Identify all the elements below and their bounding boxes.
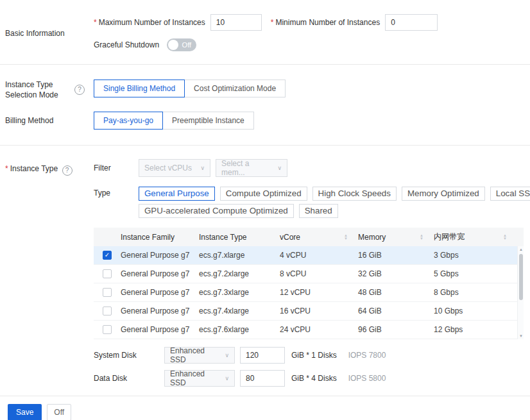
- cell-vcore: 16 vCPU: [280, 307, 358, 315]
- data-disk-category-value: Enhanced SSD: [170, 369, 221, 387]
- billing-method-section: Billing Method Pay-as-you-go Preemptible…: [0, 112, 530, 130]
- help-icon[interactable]: ?: [74, 85, 85, 95]
- row-checkbox[interactable]: [103, 288, 112, 297]
- help-icon[interactable]: ?: [62, 165, 73, 176]
- col-header-vcore[interactable]: vCore ▲▼: [280, 233, 358, 242]
- system-disk-iops: IOPS 7800: [348, 351, 386, 360]
- cell-instance-family: General Purpose g7: [121, 325, 199, 334]
- system-disk-size-input[interactable]: [240, 347, 285, 364]
- type-chip-memory-optimized[interactable]: Memory Optimized: [402, 187, 485, 201]
- sort-icon[interactable]: ▲▼: [420, 234, 423, 240]
- col-header-label: 内网带宽: [434, 231, 465, 242]
- type-row: Type General Purpose Compute Optimized H…: [94, 187, 530, 218]
- single-billing-method-button[interactable]: Single Billing Method: [94, 80, 185, 97]
- cell-memory: 96 GiB: [358, 325, 434, 334]
- row-checkbox[interactable]: [103, 325, 112, 334]
- filter-label: Filter: [94, 164, 139, 172]
- save-button[interactable]: Save: [8, 404, 42, 420]
- vcpu-filter-placeholder: Select vCPUs: [144, 164, 192, 172]
- table-row[interactable]: General Purpose g7 ecs.g7.xlarge 4 vCPU …: [94, 246, 524, 265]
- divider: [0, 64, 530, 65]
- type-chip-local-ssd[interactable]: Local SSD: [490, 187, 530, 201]
- graceful-shutdown-label: Graceful Shutdown: [94, 40, 159, 49]
- cell-instance-type: ecs.g7.6xlarge: [199, 325, 280, 334]
- type-label: Type: [94, 187, 139, 218]
- vcpu-filter-select[interactable]: Select vCPUs ∨: [139, 159, 210, 177]
- max-instances-label: Maximum Number of Instances: [99, 18, 205, 27]
- type-chip-gpu-accelerated[interactable]: GPU-accelerated Compute Optimized: [139, 204, 294, 218]
- section-title: Billing Method: [5, 116, 53, 125]
- required-asterisk: *: [271, 18, 274, 27]
- row-checkbox[interactable]: [103, 251, 112, 260]
- cost-optimization-mode-button[interactable]: Cost Optimization Mode: [184, 80, 286, 97]
- scroll-up-icon[interactable]: ▲: [518, 247, 524, 252]
- section-title: Basic Information: [5, 29, 65, 38]
- scrollbar-thumb[interactable]: [519, 254, 523, 300]
- cell-memory: 16 GiB: [358, 251, 434, 260]
- required-asterisk: *: [5, 164, 8, 173]
- cell-vcore: 24 vCPU: [280, 325, 358, 334]
- table-scrollbar[interactable]: ▲ ▼: [517, 246, 524, 339]
- data-disk-label: Data Disk: [94, 374, 164, 383]
- filter-row: Filter Select vCPUs ∨ Select a mem... ∨: [94, 159, 530, 177]
- data-disk-suffix: GiB * 4 Disks: [291, 374, 337, 383]
- cell-instance-type: ecs.g7.xlarge: [199, 251, 280, 260]
- data-disk-row: Data Disk Enhanced SSD ∨ GiB * 4 Disks I…: [94, 370, 530, 387]
- max-instances-input[interactable]: [210, 14, 262, 31]
- cell-instance-type: ecs.g7.3xlarge: [199, 288, 280, 297]
- graceful-shutdown-toggle[interactable]: Off: [167, 38, 196, 51]
- off-button[interactable]: Off: [47, 404, 71, 420]
- cell-bandwidth: 8 Gbps: [434, 288, 524, 297]
- system-disk-row: System Disk Enhanced SSD ∨ GiB * 1 Disks…: [94, 347, 530, 364]
- cell-memory: 32 GiB: [358, 269, 434, 278]
- system-disk-category-value: Enhanced SSD: [170, 346, 221, 364]
- cell-bandwidth: 3 Gbps: [434, 251, 524, 260]
- divider: [0, 145, 530, 146]
- table-row[interactable]: General Purpose g7 ecs.g7.6xlarge 24 vCP…: [94, 321, 524, 339]
- scroll-down-icon[interactable]: ▼: [518, 333, 524, 339]
- col-header-bandwidth[interactable]: 内网带宽 ▲▼: [434, 231, 524, 242]
- type-chip-shared[interactable]: Shared: [299, 204, 338, 218]
- table-row[interactable]: General Purpose g7 ecs.g7.3xlarge 12 vCP…: [94, 283, 524, 302]
- billing-method-label: Billing Method: [5, 112, 94, 130]
- col-header-memory[interactable]: Memory ▲▼: [358, 233, 434, 242]
- cell-instance-family: General Purpose g7: [121, 269, 199, 278]
- toggle-state-label: Off: [182, 41, 191, 49]
- cell-instance-type: ecs.g7.2xlarge: [199, 269, 280, 278]
- system-disk-suffix: GiB * 1 Disks: [291, 351, 337, 360]
- cell-vcore: 4 vCPU: [280, 251, 358, 260]
- selection-mode-section: Instance Type Selection Mode ? Single Bi…: [0, 80, 530, 100]
- cell-bandwidth: 12 Gbps: [434, 325, 524, 334]
- type-chip-general-purpose[interactable]: General Purpose: [139, 187, 215, 201]
- memory-filter-select[interactable]: Select a mem... ∨: [216, 159, 287, 177]
- col-header-instance-type: Instance Type: [199, 233, 280, 242]
- chevron-down-icon: ∨: [225, 375, 229, 382]
- section-title: Instance Type Selection Mode: [5, 80, 72, 100]
- data-disk-iops: IOPS 5800: [348, 374, 386, 383]
- system-disk-label: System Disk: [94, 351, 164, 360]
- type-chip-compute-optimized[interactable]: Compute Optimized: [220, 187, 307, 201]
- system-disk-category-select[interactable]: Enhanced SSD ∨: [164, 347, 235, 364]
- row-checkbox[interactable]: [103, 307, 112, 315]
- pay-as-you-go-button[interactable]: Pay-as-you-go: [94, 112, 163, 130]
- table-row[interactable]: General Purpose g7 ecs.g7.4xlarge 16 vCP…: [94, 302, 524, 321]
- preemptible-instance-button[interactable]: Preemptible Instance: [162, 112, 254, 130]
- row-checkbox[interactable]: [103, 269, 112, 278]
- footer: Save Off: [0, 396, 530, 420]
- type-chip-high-clock-speeds[interactable]: High Clock Speeds: [312, 187, 397, 201]
- chevron-down-icon: ∨: [200, 165, 205, 171]
- instance-type-section: *Instance Type ? Filter Select vCPUs ∨ S…: [0, 159, 530, 387]
- table-row[interactable]: General Purpose g7 ecs.g7.2xlarge 8 vCPU…: [94, 265, 524, 283]
- toggle-knob: [168, 40, 178, 50]
- sort-icon[interactable]: ▲▼: [503, 234, 507, 240]
- sort-icon[interactable]: ▲▼: [344, 234, 348, 240]
- cell-vcore: 8 vCPU: [280, 269, 358, 278]
- min-instances-label: Minimum Number of Instances: [275, 18, 380, 27]
- data-disk-category-select[interactable]: Enhanced SSD ∨: [164, 370, 235, 387]
- basic-information-section: Basic Information * Maximum Number of In…: [0, 14, 530, 51]
- basic-information-label: Basic Information: [5, 14, 94, 51]
- min-instances-input[interactable]: [385, 14, 438, 31]
- scaling-configuration-page: Basic Information * Maximum Number of In…: [0, 0, 530, 420]
- instance-type-table: Instance Family Instance Type vCore ▲▼ M…: [94, 228, 524, 339]
- data-disk-size-input[interactable]: [240, 370, 285, 387]
